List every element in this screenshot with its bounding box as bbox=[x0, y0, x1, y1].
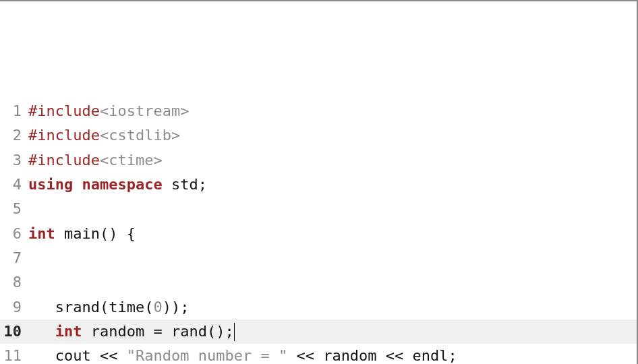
token-type: int bbox=[28, 225, 55, 242]
code-line[interactable]: 5 bbox=[0, 197, 637, 221]
code-editor[interactable]: 1#include<iostream>2#include<cstdlib>3#i… bbox=[0, 99, 637, 364]
code-content[interactable]: #include<cstdlib> bbox=[28, 123, 180, 148]
line-number: 3 bbox=[0, 148, 28, 173]
token-string: "Random number = " bbox=[127, 347, 287, 364]
code-content[interactable]: #include<iostream> bbox=[28, 99, 189, 123]
token-punct: ; bbox=[198, 176, 207, 193]
token-type: int bbox=[55, 323, 82, 340]
line-number: 9 bbox=[0, 295, 28, 320]
token-ident: cout bbox=[28, 347, 100, 364]
code-line[interactable]: 7 bbox=[0, 246, 637, 270]
token-keyword: using bbox=[28, 176, 73, 193]
token-ident bbox=[117, 347, 126, 364]
token-anglebr: <iostream> bbox=[100, 102, 189, 119]
token-punct: ; bbox=[448, 347, 457, 364]
line-number: 10 bbox=[0, 320, 28, 344]
line-number: 4 bbox=[0, 173, 28, 197]
text-cursor bbox=[234, 323, 235, 340]
token-preproc: #include bbox=[28, 102, 100, 119]
line-number: 7 bbox=[0, 246, 28, 270]
token-ident: time bbox=[109, 299, 144, 315]
token-punct: << bbox=[386, 347, 404, 364]
token-preproc: #include bbox=[28, 152, 100, 169]
token-punct: () { bbox=[100, 225, 136, 242]
token-ident: main bbox=[55, 225, 100, 242]
token-punct: << bbox=[296, 347, 314, 364]
code-line[interactable]: 8 bbox=[0, 270, 637, 295]
token-ident: std bbox=[163, 176, 198, 193]
code-content[interactable]: #include<ctime> bbox=[28, 148, 163, 173]
token-ident: rand bbox=[163, 323, 207, 340]
token-anglebr: <cstdlib> bbox=[100, 127, 180, 144]
code-content[interactable]: int random = rand(); bbox=[28, 320, 235, 344]
line-number: 5 bbox=[0, 197, 28, 221]
token-ident: random bbox=[82, 323, 154, 340]
code-line[interactable]: 6int main() { bbox=[0, 222, 637, 246]
token-preproc: #include bbox=[28, 127, 100, 144]
code-content[interactable]: cout << "Random number = " << random << … bbox=[28, 344, 457, 364]
token-ident: random bbox=[314, 347, 386, 364]
token-punct: ( bbox=[100, 299, 109, 315]
line-number: 2 bbox=[0, 123, 28, 148]
code-content[interactable]: srand(time(0)); bbox=[28, 295, 189, 320]
token-punct: ( bbox=[144, 299, 153, 315]
token-ident bbox=[287, 347, 296, 364]
line-number: 11 bbox=[0, 344, 28, 364]
code-line[interactable]: 4using namespace std; bbox=[0, 173, 637, 197]
token-punct: )); bbox=[163, 299, 190, 315]
code-line[interactable]: 11 cout << "Random number = " << random … bbox=[0, 344, 637, 364]
line-number: 8 bbox=[0, 270, 28, 295]
token-ident: srand bbox=[28, 299, 100, 315]
code-line[interactable]: 3#include<ctime> bbox=[0, 148, 637, 173]
code-content[interactable]: int main() { bbox=[28, 222, 136, 246]
token-number: 0 bbox=[153, 299, 162, 315]
token-punct: (); bbox=[207, 323, 234, 340]
token-keyword: namespace bbox=[82, 176, 162, 193]
code-line[interactable]: 2#include<cstdlib> bbox=[0, 123, 637, 148]
code-line[interactable]: 1#include<iostream> bbox=[0, 99, 637, 123]
token-punct: = bbox=[153, 323, 162, 340]
line-number: 6 bbox=[0, 222, 28, 246]
code-line[interactable]: 9 srand(time(0)); bbox=[0, 295, 637, 320]
token-ident bbox=[73, 176, 82, 193]
token-punct: << bbox=[100, 347, 118, 364]
token-ident bbox=[28, 323, 55, 340]
code-content[interactable]: using namespace std; bbox=[28, 173, 207, 197]
token-anglebr: <ctime> bbox=[100, 152, 163, 169]
code-line[interactable]: 10 int random = rand(); bbox=[0, 320, 637, 344]
line-number: 1 bbox=[0, 99, 28, 123]
token-ident: endl bbox=[403, 347, 448, 364]
